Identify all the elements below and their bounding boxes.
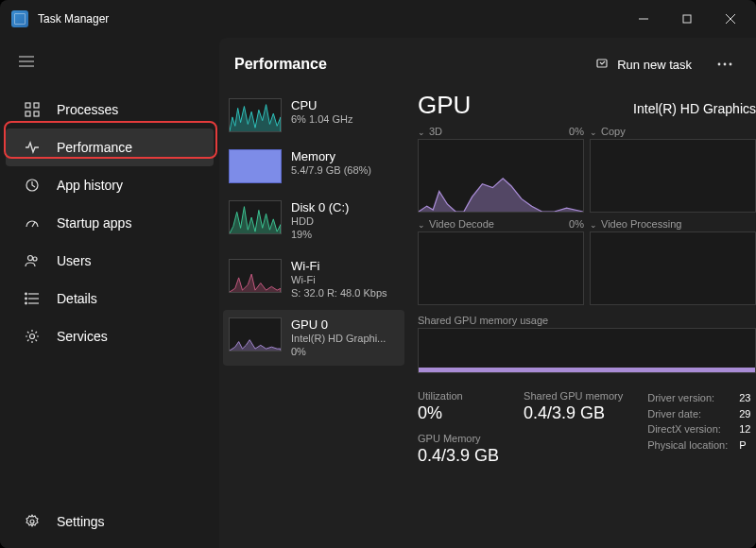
svg-point-14 — [33, 257, 37, 261]
gauge-icon — [23, 214, 42, 232]
window-title: Task Manager — [38, 12, 109, 26]
chart-video-decode — [418, 231, 584, 305]
perf-name: Disk 0 (C:) — [291, 200, 349, 215]
perf-sub2: S: 32.0 R: 48.0 Kbps — [291, 287, 387, 300]
users-icon — [23, 251, 42, 270]
sidebar-item-label: Processes — [57, 102, 118, 117]
gpu-memory-value: 0.4/3.9 GB — [418, 446, 499, 466]
gpu-memory-label: GPU Memory — [418, 433, 499, 444]
svg-point-20 — [26, 302, 27, 304]
sidebar-item-label: Performance — [57, 140, 132, 155]
maximize-button[interactable] — [665, 0, 709, 38]
content-header: Performance Run new task — [219, 38, 756, 91]
perf-item-memory[interactable]: Memory 5.4/7.9 GB (68%) — [223, 142, 404, 191]
svg-point-21 — [30, 334, 35, 339]
svg-rect-23 — [597, 60, 607, 67]
shared-gpu-memory-value: 0.4/3.9 GB — [524, 403, 623, 423]
perf-sub2: 19% — [291, 229, 349, 242]
perf-item-disk[interactable]: Disk 0 (C:) HDD 19% — [223, 193, 404, 249]
svg-point-19 — [26, 298, 27, 300]
svg-rect-7 — [26, 103, 30, 108]
svg-rect-10 — [34, 111, 39, 116]
chart-video-processing — [590, 231, 756, 305]
content-area: Performance Run new task — [219, 38, 756, 548]
perf-item-wifi[interactable]: Wi-Fi Wi-Fi S: 32.0 R: 48.0 Kbps — [223, 251, 404, 308]
hamburger-button[interactable] — [8, 45, 45, 77]
settings-icon — [23, 512, 42, 531]
perf-item-cpu[interactable]: CPU 6% 1.04 GHz — [223, 91, 404, 140]
run-new-task-button[interactable]: Run new task — [587, 51, 701, 78]
gpu-stats: Utilization 0% GPU Memory 0.4/3.9 GB Sha… — [418, 390, 756, 466]
chart-label-video-decode[interactable]: ⌄Video Decode — [418, 218, 494, 230]
gpu-thumbnail — [229, 317, 282, 351]
chart-label-3d[interactable]: ⌄3D — [418, 126, 442, 137]
gpu-detail-pane: GPU Intel(R) HD Graphics ⌄3D 0% — [408, 91, 756, 548]
sidebar-item-performance[interactable]: Performance — [6, 128, 214, 166]
sidebar-item-services[interactable]: Services — [6, 317, 214, 355]
app-icon — [11, 10, 28, 27]
run-task-label: Run new task — [617, 58, 692, 72]
sidebar-item-label: Details — [57, 291, 97, 306]
chart-label-copy[interactable]: ⌄Copy — [590, 126, 626, 137]
perf-sub: Wi-Fi — [291, 274, 387, 287]
sidebar-item-processes[interactable]: Processes — [6, 91, 214, 128]
utilization-label: Utilization — [418, 390, 499, 402]
driver-info-values: 23 29 12 P — [739, 390, 750, 466]
sidebar-item-label: Settings — [57, 514, 105, 529]
perf-sub: Intel(R) HD Graphi... — [291, 333, 386, 346]
task-manager-window: Task Manager Processes Performance App h — [0, 0, 756, 548]
run-task-icon — [596, 57, 610, 73]
svg-point-25 — [724, 63, 727, 66]
sidebar-item-label: Services — [57, 329, 108, 344]
perf-name: Memory — [291, 149, 371, 164]
sidebar-item-users[interactable]: Users — [6, 242, 214, 280]
shared-gpu-memory-stat-label: Shared GPU memory — [524, 390, 623, 402]
history-icon — [23, 176, 42, 195]
perf-sub: 5.4/7.9 GB (68%) — [291, 164, 371, 178]
more-options-button[interactable] — [709, 50, 741, 78]
minimize-button[interactable] — [622, 0, 665, 38]
driver-info: Driver version: Driver date: DirectX ver… — [647, 390, 728, 466]
close-button[interactable] — [709, 0, 752, 38]
window-controls — [622, 0, 752, 38]
list-icon — [23, 289, 42, 308]
sidebar-item-app-history[interactable]: App history — [6, 166, 214, 204]
chart-copy — [590, 139, 756, 213]
perf-name: CPU — [291, 98, 352, 113]
shared-gpu-memory-label: Shared GPU memory usage — [418, 315, 756, 326]
gpu-model: Intel(R) HD Graphics — [633, 101, 756, 116]
perf-item-gpu[interactable]: GPU 0 Intel(R) HD Graphi... 0% — [223, 310, 404, 367]
memory-thumbnail — [229, 149, 282, 183]
pulse-icon — [23, 138, 42, 157]
sidebar: Processes Performance App history Startu… — [0, 38, 219, 548]
chart-3d — [418, 139, 584, 213]
svg-point-22 — [30, 520, 34, 523]
disk-thumbnail — [229, 200, 282, 234]
svg-point-13 — [28, 256, 33, 261]
sidebar-item-startup-apps[interactable]: Startup apps — [6, 204, 214, 242]
utilization-value: 0% — [418, 403, 499, 423]
chart-pct: 0% — [569, 126, 584, 137]
sidebar-item-label: App history — [57, 178, 123, 193]
svg-line-12 — [32, 222, 35, 227]
detail-title: GPU — [418, 91, 471, 120]
performance-list: CPU 6% 1.04 GHz Memory 5.4/7.9 GB (68%) — [219, 91, 408, 548]
chart-label-video-processing[interactable]: ⌄Video Processing — [590, 218, 681, 230]
svg-rect-8 — [34, 103, 39, 108]
svg-rect-9 — [26, 111, 30, 116]
page-title: Performance — [234, 56, 327, 73]
chart-shared-gpu-memory — [418, 328, 756, 373]
sidebar-item-label: Startup apps — [57, 215, 131, 231]
svg-point-24 — [718, 63, 721, 66]
perf-sub: 6% 1.04 GHz — [291, 113, 352, 127]
sidebar-item-details[interactable]: Details — [6, 280, 214, 317]
grid-icon — [23, 100, 42, 119]
chart-pct: 0% — [569, 218, 584, 230]
perf-name: Wi-Fi — [291, 259, 387, 274]
sidebar-item-settings[interactable]: Settings — [6, 503, 214, 540]
svg-point-18 — [26, 293, 27, 295]
sidebar-item-label: Users — [57, 253, 92, 268]
gear-icon — [23, 327, 42, 346]
wifi-thumbnail — [229, 259, 282, 293]
svg-point-26 — [730, 63, 732, 66]
